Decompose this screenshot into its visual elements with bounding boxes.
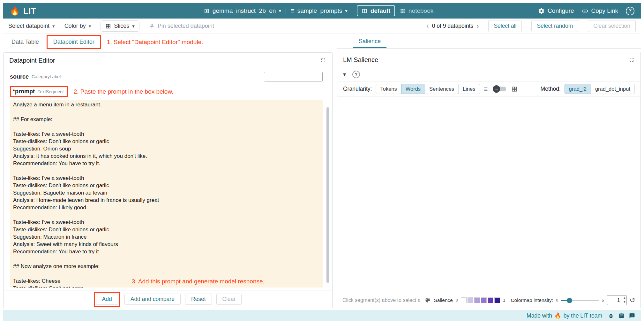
lm-salience-title: LM Salience [343,56,378,64]
gear-icon [538,8,545,14]
configure-label: Configure [548,7,574,14]
chevron-down-icon: ▾ [345,8,348,14]
annotation-box-add: Add [94,292,120,307]
select-datapoint-label: Select datapoint [8,23,49,29]
model-selector[interactable]: gemma_instruct_2b_en ▾ [204,7,281,14]
colormap-intensity-label: Colormap intensity: [511,297,553,303]
pagination-text: 0 of 9 datapoints [432,23,473,29]
fire-icon: 🔥 [554,312,561,319]
lm-salience-module: LM Salience ▾ ? Granularity: Tokens Word… [337,52,641,308]
spinner-down-icon[interactable]: ▾ [624,300,625,304]
pin-label: Pin selected datapoint [158,23,214,29]
dataset-selector[interactable]: ≡ sample_prompts ▾ [290,7,348,15]
method-label: Method: [541,86,561,92]
prompt-field-type: TextSegment [38,89,64,94]
layout-tab-default[interactable]: default [357,5,395,16]
app-footer: Made with 🔥 by the LIT team [3,310,641,321]
feedback-icon[interactable] [629,313,635,319]
select-datapoint-dropdown[interactable]: Select datapoint ▾ [8,23,55,29]
granularity-lines-button[interactable]: Lines [458,84,480,94]
datapoint-editor-title: Datapoint Editor [9,57,55,64]
scrollbar-thumb[interactable] [326,107,329,282]
topbar-right: Configure Copy Link ? [538,7,634,15]
prompt-textarea[interactable]: Analyze a menu item in a restaurant. ## … [10,100,323,288]
grid-icon [400,8,406,14]
source-field-row: source CategoryLabel [10,72,323,81]
reset-colormap-icon[interactable]: ↺ [630,297,635,304]
list-icon: ≡ [290,7,295,15]
slider-min-label: 0 [556,298,558,303]
lit-app: 🔥 LIT gemma_instruct_2b_en ▾ ≡ sample_pr… [0,0,644,323]
source-field-type: CategoryLabel [32,74,61,79]
annotation-box-step1: Datapoint Editor [47,35,101,49]
salience-swatch [468,297,473,303]
slider-thumb[interactable] [567,298,572,303]
expand-icon[interactable] [628,57,635,63]
clear-selection-button[interactable]: Clear selection [588,20,636,32]
colormap-intensity-slider[interactable] [561,300,599,301]
chevron-down-icon: ▾ [279,8,281,14]
left-panel: Data Table Datapoint Editor 1. Select "D… [3,35,333,308]
configure-button[interactable]: Configure [538,7,574,14]
intensity-number-input[interactable]: 1 ▴ ▾ [607,295,627,305]
target-dropdown[interactable]: ▾ [343,71,346,78]
module-scrollbar[interactable] [326,104,329,286]
salience-canvas [337,97,640,292]
slices-button[interactable]: Slices ▾ [101,20,139,32]
copy-link-button[interactable]: Copy Link [582,7,618,14]
intensity-value: 1 [617,297,620,303]
salience-swatch [481,297,487,303]
pin-selected-datapoint-button[interactable]: Pin selected datapoint [149,23,214,29]
reset-button[interactable]: Reset [185,294,212,305]
source-input[interactable] [264,72,323,81]
select-all-button[interactable]: Select all [488,20,522,32]
method-grad-dot-input-button[interactable]: grad_dot_input [591,84,635,94]
layout-tab-notebook[interactable]: notebook [400,7,433,14]
color-by-dropdown[interactable]: Color by ▾ [64,23,91,29]
chevron-down-icon: ▾ [89,23,91,29]
tab-data-table[interactable]: Data Table [6,36,45,48]
salience-legend-label: Salience [434,297,453,303]
divider [286,7,286,15]
focus-toggle[interactable]: − [493,87,506,91]
help-icon[interactable]: ? [352,71,360,78]
documentation-icon[interactable] [618,313,625,319]
prev-datapoint-icon[interactable]: ‹ [426,23,429,30]
next-datapoint-icon[interactable]: › [476,23,479,30]
clear-button[interactable]: Clear [216,294,242,305]
help-icon[interactable]: ? [626,7,634,15]
toggle-knob[interactable]: − [493,85,500,93]
main-area: Data Table Datapoint Editor 1. Select "D… [3,34,641,308]
granularity-label: Granularity: [343,86,372,92]
salience-swatch [461,297,467,303]
salience-swatch [488,297,493,303]
granularity-segmented-control: Tokens Words Sentences Lines [376,84,480,94]
datapoint-editor-body: source CategoryLabel *prompt TextSegment… [4,68,332,290]
method-grad-l2-button[interactable]: grad_l2 [565,84,591,94]
granularity-tokens-button[interactable]: Tokens [376,84,401,94]
salience-target-row: ▾ ? [337,67,640,81]
select-random-button[interactable]: Select random [531,20,578,32]
top-bar: 🔥 LIT gemma_instruct_2b_en ▾ ≡ sample_pr… [3,3,641,19]
tab-salience[interactable]: Salience [353,35,386,48]
grid-view-icon[interactable] [511,86,518,92]
annotation-step2: 2. Paste the prompt in the box below. [74,88,174,95]
density-icon[interactable]: ≡ [484,86,488,93]
bug-report-icon[interactable] [608,313,614,319]
tab-datapoint-editor[interactable]: Datapoint Editor [48,36,100,48]
granularity-words-button[interactable]: Words [401,84,425,94]
dataset-selector-label: sample_prompts [297,7,342,14]
source-field-name: source [10,73,29,80]
lm-salience-header: LM Salience [337,52,640,67]
prompt-field-name: *prompt [13,88,35,95]
salience-swatch [474,297,480,303]
add-and-compare-button[interactable]: Add and compare [124,294,181,305]
granularity-sentences-button[interactable]: Sentences [425,84,459,94]
add-button[interactable]: Add [96,294,118,305]
datapoint-pagination: ‹ 0 of 9 datapoints › [426,23,479,30]
copy-link-label: Copy Link [591,7,618,14]
expand-icon[interactable] [320,57,326,64]
footer-credit: Made with 🔥 by the LIT team [527,312,602,319]
salience-controls-row: Granularity: Tokens Words Sentences Line… [337,81,640,97]
link-icon [582,8,588,14]
